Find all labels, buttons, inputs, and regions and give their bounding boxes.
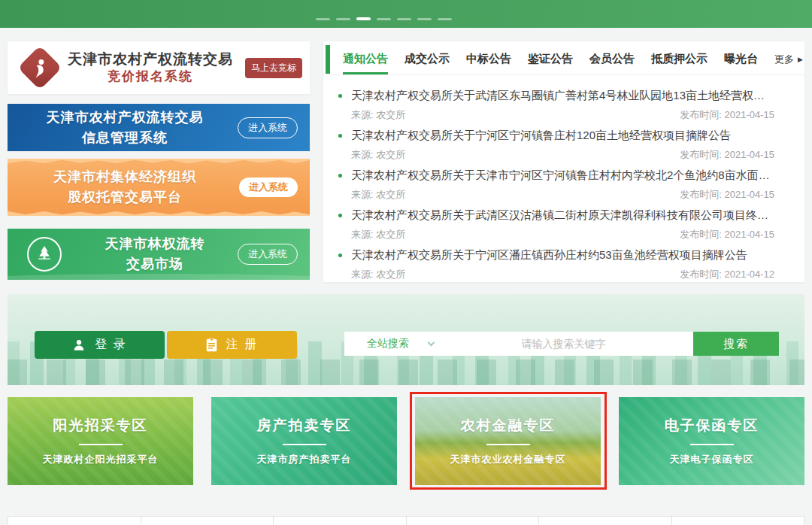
- news-meta: 来源: 农交所 发布时间: 2021-04-15: [351, 108, 774, 122]
- bullet-icon: [338, 214, 342, 217]
- right-triangle-icon: ▶: [798, 56, 803, 63]
- news-date: 发布时间: 2021-04-15: [680, 228, 774, 241]
- tab-winning-bid[interactable]: 中标公告: [466, 52, 511, 74]
- tree-icon: [27, 237, 62, 272]
- carousel-dot[interactable]: [438, 18, 452, 20]
- zone-subtitle: 天津市农业农村金融专区: [450, 453, 566, 466]
- torn-paper-edge-bottom: [8, 211, 310, 216]
- equity-platform-title-line1: 天津市村集体经济组织: [8, 167, 242, 187]
- forest-market-banner[interactable]: 天津市林权流转 交易市场 进入系统: [8, 229, 310, 280]
- tab-deal-publicity[interactable]: 成交公示: [404, 52, 450, 74]
- equity-platform-title-line2: 股权托管交易平台: [8, 187, 242, 208]
- carousel-dot-active[interactable]: [356, 17, 371, 20]
- date-label: 发布时间:: [680, 269, 722, 280]
- zone-title: 农村金融专区: [461, 416, 556, 435]
- carousel-dot[interactable]: [336, 18, 350, 20]
- news-title[interactable]: 天津农村产权交易所关于宁河区宁河镇鲁庄村120亩土地经营权项目摘牌公告: [351, 129, 731, 143]
- tab-notice-announcements[interactable]: 通知公告: [343, 52, 388, 74]
- news-meta: 来源: 农交所 发布时间: 2021-04-15: [351, 228, 774, 241]
- zone-rural-finance[interactable]: 农村金融专区 天津市农业农村金融专区: [415, 397, 601, 485]
- info-system-enter-button[interactable]: 进入系统: [238, 117, 298, 138]
- tab-certification[interactable]: 鉴证公告: [528, 52, 573, 74]
- register-button[interactable]: 注 册: [167, 331, 297, 359]
- zone-sunshine-procurement[interactable]: 阳光招采专区 天津政村企阳光招采平台: [8, 397, 193, 485]
- date-label: 发布时间:: [680, 189, 722, 200]
- pine-tree-icon: [33, 243, 56, 266]
- date-value: 2021-04-15: [725, 229, 775, 240]
- news-link[interactable]: 天津农村产权交易所关于武清区东马圈镇广善村第4号林业队园地13亩土地经营权等4个…: [338, 89, 774, 103]
- zone-subtitle: 天津市房产拍卖平台: [257, 453, 352, 466]
- equity-platform-title: 天津市村集体经济组织 股权托管交易平台: [8, 167, 242, 208]
- equity-platform-enter-button[interactable]: 进入系统: [239, 178, 298, 197]
- tab-mortgage-pledge[interactable]: 抵质押公示: [651, 52, 707, 74]
- zone-subtitle: 天津电子保函专区: [670, 453, 754, 466]
- news-link[interactable]: 天津农村产权交易所关于宁河区潘庄镇西孙庄村约53亩鱼池经营权项目摘牌公告: [338, 248, 774, 262]
- news-date: 发布时间: 2021-04-15: [680, 108, 774, 122]
- carousel-dot[interactable]: [417, 18, 432, 20]
- grid-cell: [672, 516, 805, 525]
- forest-market-enter-button[interactable]: 进入系统: [238, 244, 298, 265]
- search-scope-select[interactable]: 全站搜索: [367, 337, 409, 351]
- carousel-dot[interactable]: [397, 18, 411, 20]
- date-value: 2021-04-15: [725, 149, 775, 160]
- login-label: 登 录: [95, 337, 126, 353]
- news-source: 来源: 农交所: [351, 108, 405, 122]
- news-meta: 来源: 农交所 发布时间: 2021-04-15: [351, 148, 774, 162]
- forest-market-title: 天津市林权流转 交易市场: [68, 234, 242, 275]
- bullet-icon: [338, 174, 342, 178]
- source-label: 来源:: [351, 109, 374, 120]
- search-button[interactable]: 搜索: [693, 332, 779, 356]
- more-link[interactable]: 更多 ▶: [774, 53, 803, 74]
- news-link[interactable]: 天津农村产权交易所关于宁河区宁河镇鲁庄村120亩土地经营权项目摘牌公告: [338, 129, 774, 143]
- login-button[interactable]: 登 录: [35, 331, 165, 359]
- equity-platform-banner[interactable]: 天津市村集体经济组织 股权托管交易平台 进入系统: [8, 159, 310, 216]
- zone-title: 电子保函专区: [665, 416, 759, 435]
- info-system-title-line2: 信息管理系统: [8, 128, 242, 148]
- tab-exposure[interactable]: 曝光台: [724, 52, 758, 74]
- user-icon: [72, 338, 86, 352]
- search-input[interactable]: [434, 338, 693, 350]
- forest-market-title-line1: 天津市林权流转: [68, 234, 242, 254]
- date-label: 发布时间:: [680, 109, 722, 120]
- news-title[interactable]: 天津农村产权交易所关于武清区汉沽港镇二街村原天津凯得利科技有限公司项目终结公告: [351, 208, 774, 223]
- grid-cell: [539, 516, 672, 525]
- register-label: 注 册: [226, 337, 258, 353]
- news-date: 发布时间: 2021-04-15: [680, 148, 774, 162]
- panel-accent-bar: [326, 45, 330, 74]
- news-link[interactable]: 天津农村产权交易所关于天津市宁河区宁河镇鲁庄村村内学校北2个鱼池约8亩水面经营.…: [338, 168, 774, 183]
- carousel-dot[interactable]: [316, 18, 330, 20]
- tab-member[interactable]: 会员公告: [589, 52, 635, 74]
- torn-paper-edge-top: [8, 159, 310, 164]
- news-title[interactable]: 天津农村产权交易所关于宁河区潘庄镇西孙庄村约53亩鱼池经营权项目摘牌公告: [351, 248, 747, 262]
- news-title[interactable]: 天津农村产权交易所关于武清区东马圈镇广善村第4号林业队园地13亩土地经营权等4个…: [351, 89, 774, 103]
- news-source: 来源: 农交所: [351, 148, 405, 162]
- notice-tabs: 通知公告 成交公示 中标公告 鉴证公告 会员公告 抵质押公示 曝光台 更多 ▶: [323, 41, 804, 75]
- source-label: 来源:: [351, 229, 374, 240]
- list-item: 天津农村产权交易所关于武清区汉沽港镇二街村原天津凯得利科技有限公司项目终结公告 …: [338, 208, 774, 241]
- carousel-dot[interactable]: [377, 18, 391, 20]
- search-bar: 全站搜索 搜索: [344, 332, 779, 356]
- more-label: 更多: [774, 53, 794, 66]
- go-bid-button[interactable]: 马上去竞标: [245, 58, 302, 78]
- divider: [690, 444, 734, 445]
- news-title[interactable]: 天津农村产权交易所关于天津市宁河区宁河镇鲁庄村村内学校北2个鱼池约8亩水面经营.…: [351, 168, 774, 183]
- next-section-partial-row: [8, 516, 804, 525]
- news-link[interactable]: 天津农村产权交易所关于武清区汉沽港镇二街村原天津凯得利科技有限公司项目终结公告: [338, 208, 774, 223]
- source-label: 来源:: [351, 269, 374, 280]
- zone-property-auction[interactable]: 房产拍卖专区 天津市房产拍卖平台: [211, 397, 397, 485]
- register-card-icon: [206, 338, 217, 352]
- list-item: 天津农村产权交易所关于武清区东马圈镇广善村第4号林业队园地13亩土地经营权等4个…: [338, 89, 774, 122]
- divider: [486, 444, 530, 445]
- source-label: 来源:: [351, 189, 374, 200]
- logo-figure-icon: [29, 56, 51, 79]
- news-source: 来源: 农交所: [351, 188, 405, 202]
- action-banner: 登 录 注 册 全站搜索 搜索: [8, 294, 804, 385]
- bullet-icon: [338, 134, 342, 138]
- date-value: 2021-04-12: [725, 269, 775, 280]
- bidding-system-panel: 天津市农村产权流转交易 竞价报名系统 马上去竞标: [8, 41, 310, 94]
- zone-electronic-guarantee[interactable]: 电子保函专区 天津电子保函专区: [619, 397, 804, 485]
- info-management-system-banner[interactable]: 天津市农村产权流转交易 信息管理系统 进入系统: [8, 104, 310, 151]
- forest-market-title-line2: 交易市场: [68, 254, 242, 275]
- grid-cell: [8, 516, 141, 525]
- notice-panel: 通知公告 成交公示 中标公告 鉴证公告 会员公告 抵质押公示 曝光台 更多 ▶ …: [323, 41, 804, 282]
